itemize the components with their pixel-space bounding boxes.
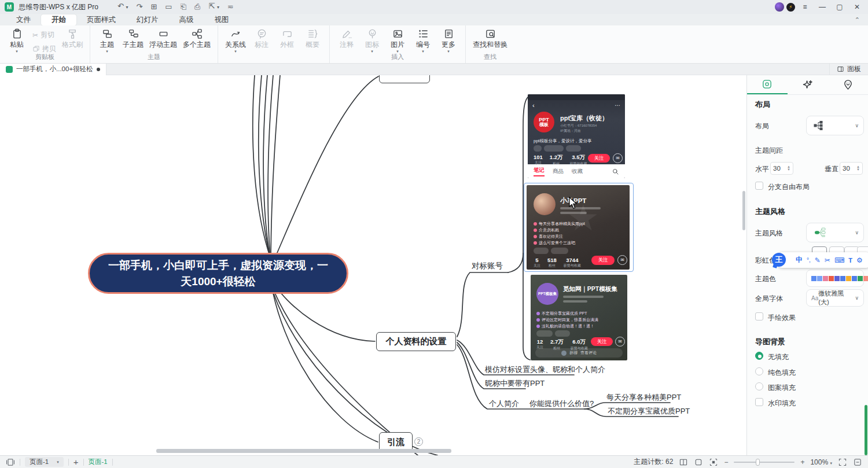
panel-toggle-button[interactable]: 面板 — [829, 64, 868, 75]
redo-button[interactable]: ↷ — [133, 1, 147, 13]
tab-advanced[interactable]: 高级 — [169, 14, 204, 25]
outer-frame-button[interactable]: 外框 — [277, 28, 297, 50]
tab-home[interactable]: 开始 — [41, 14, 76, 25]
ime-keyboard-icon[interactable]: ⌨ — [834, 256, 844, 264]
open-file-button[interactable]: ▭ — [161, 1, 176, 13]
screenshot-pptbaoku[interactable]: ‹ … PPT 模板 ppt宝库（收徒） 小红书号：6716078354 IP属… — [528, 94, 625, 178]
mindmap-canvas[interactable]: 一部手机，小白即可上手，虚拟资源变现，一天1000+很轻松 对标账号 个人资料的… — [0, 75, 746, 455]
tab-page-style[interactable]: 页面样式 — [76, 14, 126, 25]
close-button[interactable]: ✕ — [849, 3, 865, 11]
node-nickname-ppt[interactable]: 昵称中要带有PPT — [485, 378, 545, 389]
ime-badge[interactable]: 王 — [772, 253, 786, 267]
zoom-slider[interactable] — [734, 462, 795, 463]
hamburger-menu-icon[interactable]: ≡ — [797, 3, 812, 11]
node-value-question[interactable]: 你能提供什么价值? — [529, 399, 594, 409]
node-daily-share[interactable]: 每天分享各种精美PPT — [606, 392, 681, 403]
pattern-fill-radio[interactable] — [755, 382, 763, 390]
vertical-spacing-stepper[interactable]: 30▲▼ — [840, 162, 863, 175]
subtopic-button[interactable]: 子主题 — [123, 28, 144, 50]
central-topic-node[interactable]: 一部手机，小白即可上手，虚拟资源变现，一天1000+很轻松 — [88, 253, 348, 294]
clipped-top-node[interactable] — [379, 75, 430, 83]
theme-style-glyph-icon — [811, 227, 831, 238]
relation-line-button[interactable]: 关系线▾ — [225, 28, 246, 53]
ime-lang-toggle[interactable]: 中 — [796, 255, 803, 265]
horizontal-scrollbar[interactable] — [156, 449, 451, 453]
collapsed-children-badge[interactable]: 2 — [414, 437, 423, 446]
zoom-slider-thumb[interactable] — [756, 459, 760, 466]
topic-button[interactable]: 主题▾ — [97, 28, 117, 53]
node-profile-setup[interactable]: 个人资料的设置 — [376, 332, 456, 351]
document-tab[interactable]: 一部手机，小...00+很轻松 — [0, 64, 106, 75]
tab-ai-panel[interactable] — [788, 75, 828, 94]
format-painter-button[interactable]: 格式刷 — [62, 28, 83, 50]
font-value: 微软雅黑 (大) — [818, 289, 855, 307]
ime-scissors-icon[interactable]: ✂ — [825, 256, 830, 264]
undo-button[interactable]: ↶ ▾ — [113, 0, 133, 14]
tab-file[interactable]: 文件 — [6, 14, 41, 25]
zoom-in-button[interactable]: + — [800, 458, 804, 466]
global-font-dropdown[interactable]: Aa 微软雅黑 (大) ∨ — [806, 289, 864, 307]
center-topic-icon[interactable] — [709, 458, 718, 467]
node-personal-bio[interactable]: 个人简介 — [489, 399, 519, 409]
vertical-scrollbar[interactable] — [742, 191, 745, 230]
screenshot-mizhiwang[interactable]: PPT模板集 觅知网｜PPT模板集 不定期分享宝藏优质 PPT 评论区定时回复，… — [531, 275, 627, 360]
member-badge-icon[interactable]: ⚡ — [786, 3, 795, 12]
zoom-level-dropdown[interactable]: 100% ▾ — [810, 458, 832, 466]
no-fill-radio[interactable] — [755, 352, 763, 360]
tab-view[interactable]: 视图 — [204, 14, 240, 25]
outline-view-icon[interactable] — [679, 458, 688, 467]
tab-slides[interactable]: 幻灯片 — [126, 14, 169, 25]
icon-button[interactable]: 图标▾ — [362, 28, 382, 53]
watermark-fill-checkbox[interactable] — [755, 398, 763, 406]
minimize-button[interactable]: — — [815, 3, 830, 11]
tab-sticker-panel[interactable] — [827, 75, 868, 94]
floating-topic-button[interactable]: 浮动主题 — [149, 28, 177, 50]
page-tab[interactable]: 页面-1 — [89, 458, 108, 466]
menu-bar: 文件 开始 页面样式 幻灯片 高级 视图 ⌃ — [0, 14, 868, 25]
ime-skin-icon[interactable]: T — [848, 257, 852, 264]
theme-color-dropdown[interactable]: ∨ — [806, 270, 864, 287]
comment-button[interactable]: 注释 — [337, 28, 356, 50]
hand-drawn-checkbox[interactable] — [755, 312, 763, 320]
profile-name: ppt宝库（收徒） — [560, 114, 608, 123]
restore-button[interactable]: ▢ — [832, 3, 847, 11]
page-fit-icon[interactable] — [694, 458, 703, 467]
find-replace-button[interactable]: 查找和替换 — [473, 28, 507, 50]
node-treasure-share[interactable]: 不定期分享宝藏优质PPT — [608, 406, 690, 417]
customize-toolbar-button[interactable]: ≂ — [223, 1, 238, 13]
layout-dropdown[interactable]: ∨ — [806, 116, 864, 135]
share-button[interactable]: ⇱ ▾ — [204, 0, 223, 14]
summary-button[interactable]: 概要 — [303, 28, 322, 50]
callout-button[interactable]: 标注 — [252, 28, 271, 50]
numbering-button[interactable]: 编号▾ — [413, 28, 433, 53]
theme-style-dropdown[interactable]: ∨ — [806, 223, 864, 242]
ime-settings-gear-icon[interactable]: ⚙ — [856, 256, 863, 264]
solid-fill-radio[interactable] — [755, 367, 763, 375]
cut-button[interactable]: ✂剪切 — [32, 30, 56, 40]
multiple-topics-button[interactable]: 多个主题 — [183, 28, 211, 50]
picture-button[interactable]: 图片▾ — [388, 28, 407, 53]
sidebar-scrollbar[interactable] — [865, 405, 867, 455]
pages-icon[interactable] — [6, 458, 15, 467]
more-button[interactable]: 更多▾ — [439, 28, 458, 53]
print-button[interactable]: ⎙ — [190, 1, 204, 13]
tab-style-panel[interactable] — [747, 75, 788, 94]
add-page-button[interactable]: + — [73, 457, 79, 467]
free-layout-checkbox[interactable] — [755, 182, 763, 190]
new-file-button[interactable]: ⊞ — [146, 1, 161, 13]
fullscreen-icon[interactable] — [838, 458, 847, 467]
save-button[interactable]: ⎗ — [176, 1, 190, 13]
node-benchmark-account[interactable]: 对标账号 — [472, 261, 503, 271]
page-selector-dropdown[interactable]: 页面-1▾ — [25, 457, 64, 467]
zoom-out-button[interactable]: − — [724, 458, 728, 466]
horizontal-spacing-stepper[interactable]: 30▲▼ — [770, 162, 793, 175]
ime-punctuation-icon[interactable]: °, — [807, 257, 811, 263]
user-avatar[interactable] — [775, 2, 784, 12]
paste-button[interactable]: 粘贴▾ — [7, 28, 27, 53]
node-imitate-benchmark[interactable]: 模仿对标设置头像、昵称和个人简介 — [485, 364, 605, 375]
message-icon: ✉ — [613, 153, 623, 163]
collapse-ribbon-icon[interactable]: ⌃ — [855, 16, 860, 24]
ime-pen-icon[interactable]: ✎ — [815, 256, 821, 264]
ime-toolbar[interactable]: 王 中 °, ✎ ✂ ⌨ T ⚙ — [778, 252, 868, 268]
collapse-statusbar-icon[interactable] — [853, 458, 862, 467]
